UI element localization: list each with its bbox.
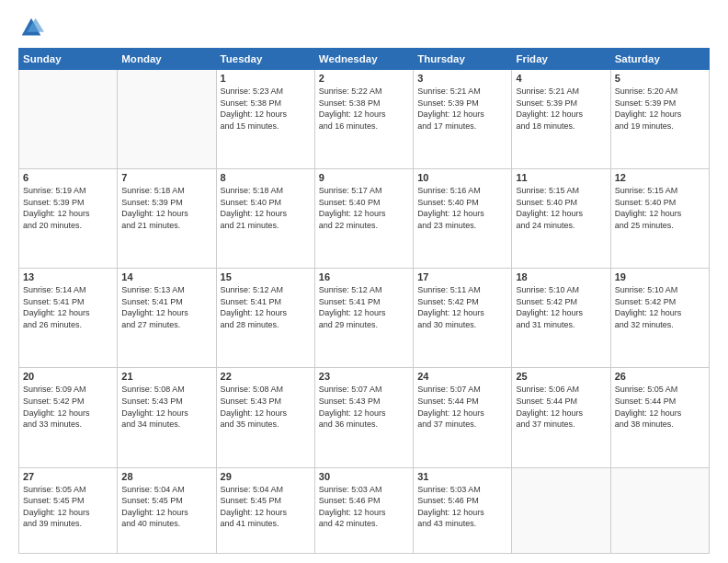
cell-w5-d7: [610, 467, 709, 553]
week-row-2: 6Sunrise: 5:19 AM Sunset: 5:39 PM Daylig…: [19, 169, 710, 269]
cell-w1-d2: [118, 70, 216, 169]
day-info: Sunrise: 5:19 AM Sunset: 5:39 PM Dayligh…: [23, 185, 113, 231]
day-info: Sunrise: 5:09 AM Sunset: 5:42 PM Dayligh…: [23, 384, 113, 430]
day-info: Sunrise: 5:15 AM Sunset: 5:40 PM Dayligh…: [615, 185, 705, 231]
day-info: Sunrise: 5:10 AM Sunset: 5:42 PM Dayligh…: [516, 284, 606, 330]
cell-w4-d7: 26Sunrise: 5:05 AM Sunset: 5:44 PM Dayli…: [610, 368, 709, 467]
day-info: Sunrise: 5:18 AM Sunset: 5:39 PM Dayligh…: [121, 185, 211, 231]
cell-w3-d6: 18Sunrise: 5:10 AM Sunset: 5:42 PM Dayli…: [512, 269, 610, 368]
day-number: 26: [615, 371, 705, 382]
cell-w4-d2: 21Sunrise: 5:08 AM Sunset: 5:43 PM Dayli…: [118, 368, 216, 467]
day-info: Sunrise: 5:17 AM Sunset: 5:40 PM Dayligh…: [319, 185, 409, 231]
week-row-5: 27Sunrise: 5:05 AM Sunset: 5:45 PM Dayli…: [19, 467, 710, 553]
cell-w1-d6: 4Sunrise: 5:21 AM Sunset: 5:39 PM Daylig…: [512, 70, 610, 169]
calendar-table: SundayMondayTuesdayWednesdayThursdayFrid…: [18, 48, 710, 554]
day-info: Sunrise: 5:07 AM Sunset: 5:43 PM Dayligh…: [319, 384, 409, 430]
cell-w2-d2: 7Sunrise: 5:18 AM Sunset: 5:39 PM Daylig…: [118, 169, 216, 269]
cell-w1-d1: [19, 70, 118, 169]
header-day-thursday: Thursday: [414, 49, 512, 70]
day-info: Sunrise: 5:04 AM Sunset: 5:45 PM Dayligh…: [121, 484, 211, 530]
day-number: 2: [319, 73, 409, 84]
day-number: 27: [23, 471, 113, 482]
cell-w5-d6: [512, 467, 610, 553]
cell-w1-d5: 3Sunrise: 5:21 AM Sunset: 5:39 PM Daylig…: [414, 70, 512, 169]
day-number: 11: [516, 172, 606, 183]
page: SundayMondayTuesdayWednesdayThursdayFrid…: [0, 0, 728, 563]
day-info: Sunrise: 5:21 AM Sunset: 5:39 PM Dayligh…: [417, 86, 507, 132]
day-info: Sunrise: 5:13 AM Sunset: 5:41 PM Dayligh…: [121, 284, 211, 330]
day-info: Sunrise: 5:06 AM Sunset: 5:44 PM Dayligh…: [516, 384, 606, 430]
day-number: 22: [221, 371, 311, 382]
day-info: Sunrise: 5:23 AM Sunset: 5:38 PM Dayligh…: [221, 86, 311, 132]
cell-w2-d7: 12Sunrise: 5:15 AM Sunset: 5:40 PM Dayli…: [610, 169, 709, 269]
logo: [18, 15, 48, 40]
day-number: 18: [516, 271, 606, 282]
day-info: Sunrise: 5:12 AM Sunset: 5:41 PM Dayligh…: [221, 284, 311, 330]
header-day-monday: Monday: [118, 49, 216, 70]
header-day-friday: Friday: [512, 49, 610, 70]
day-number: 16: [319, 271, 409, 282]
cell-w2-d5: 10Sunrise: 5:16 AM Sunset: 5:40 PM Dayli…: [414, 169, 512, 269]
day-number: 24: [417, 371, 507, 382]
cell-w5-d4: 30Sunrise: 5:03 AM Sunset: 5:46 PM Dayli…: [314, 467, 413, 553]
day-info: Sunrise: 5:05 AM Sunset: 5:44 PM Dayligh…: [615, 384, 705, 430]
day-info: Sunrise: 5:03 AM Sunset: 5:46 PM Dayligh…: [417, 484, 507, 530]
day-number: 19: [615, 271, 705, 282]
cell-w5-d1: 27Sunrise: 5:05 AM Sunset: 5:45 PM Dayli…: [19, 467, 118, 553]
day-info: Sunrise: 5:05 AM Sunset: 5:45 PM Dayligh…: [23, 484, 113, 530]
day-number: 21: [121, 371, 211, 382]
day-number: 4: [516, 73, 606, 84]
day-info: Sunrise: 5:08 AM Sunset: 5:43 PM Dayligh…: [221, 384, 311, 430]
day-info: Sunrise: 5:14 AM Sunset: 5:41 PM Dayligh…: [23, 284, 113, 330]
day-number: 6: [23, 172, 113, 183]
day-info: Sunrise: 5:21 AM Sunset: 5:39 PM Dayligh…: [516, 86, 606, 132]
header-row: SundayMondayTuesdayWednesdayThursdayFrid…: [19, 49, 710, 70]
day-number: 17: [417, 271, 507, 282]
day-info: Sunrise: 5:04 AM Sunset: 5:45 PM Dayligh…: [221, 484, 311, 530]
cell-w5-d5: 31Sunrise: 5:03 AM Sunset: 5:46 PM Dayli…: [414, 467, 512, 553]
day-number: 9: [319, 172, 409, 183]
day-number: 28: [121, 471, 211, 482]
day-number: 5: [615, 73, 705, 84]
cell-w1-d4: 2Sunrise: 5:22 AM Sunset: 5:38 PM Daylig…: [314, 70, 413, 169]
day-info: Sunrise: 5:22 AM Sunset: 5:38 PM Dayligh…: [319, 86, 409, 132]
cell-w5-d3: 29Sunrise: 5:04 AM Sunset: 5:45 PM Dayli…: [216, 467, 314, 553]
cell-w1-d3: 1Sunrise: 5:23 AM Sunset: 5:38 PM Daylig…: [216, 70, 314, 169]
day-info: Sunrise: 5:07 AM Sunset: 5:44 PM Dayligh…: [417, 384, 507, 430]
header: [18, 15, 710, 40]
week-row-1: 1Sunrise: 5:23 AM Sunset: 5:38 PM Daylig…: [19, 70, 710, 169]
day-number: 23: [319, 371, 409, 382]
day-info: Sunrise: 5:03 AM Sunset: 5:46 PM Dayligh…: [319, 484, 409, 530]
day-number: 29: [221, 471, 311, 482]
header-day-tuesday: Tuesday: [216, 49, 314, 70]
cell-w3-d2: 14Sunrise: 5:13 AM Sunset: 5:41 PM Dayli…: [118, 269, 216, 368]
day-number: 7: [121, 172, 211, 183]
cell-w4-d4: 23Sunrise: 5:07 AM Sunset: 5:43 PM Dayli…: [314, 368, 413, 467]
cell-w3-d4: 16Sunrise: 5:12 AM Sunset: 5:41 PM Dayli…: [314, 269, 413, 368]
cell-w4-d5: 24Sunrise: 5:07 AM Sunset: 5:44 PM Dayli…: [414, 368, 512, 467]
week-row-4: 20Sunrise: 5:09 AM Sunset: 5:42 PM Dayli…: [19, 368, 710, 467]
week-row-3: 13Sunrise: 5:14 AM Sunset: 5:41 PM Dayli…: [19, 269, 710, 368]
cell-w3-d1: 13Sunrise: 5:14 AM Sunset: 5:41 PM Dayli…: [19, 269, 118, 368]
day-number: 25: [516, 371, 606, 382]
cell-w2-d4: 9Sunrise: 5:17 AM Sunset: 5:40 PM Daylig…: [314, 169, 413, 269]
cell-w3-d5: 17Sunrise: 5:11 AM Sunset: 5:42 PM Dayli…: [414, 269, 512, 368]
day-number: 8: [221, 172, 311, 183]
cell-w4-d1: 20Sunrise: 5:09 AM Sunset: 5:42 PM Dayli…: [19, 368, 118, 467]
calendar-body: 1Sunrise: 5:23 AM Sunset: 5:38 PM Daylig…: [19, 70, 710, 554]
day-info: Sunrise: 5:15 AM Sunset: 5:40 PM Dayligh…: [516, 185, 606, 231]
day-number: 15: [221, 271, 311, 282]
cell-w2-d3: 8Sunrise: 5:18 AM Sunset: 5:40 PM Daylig…: [216, 169, 314, 269]
header-day-saturday: Saturday: [610, 49, 709, 70]
day-info: Sunrise: 5:11 AM Sunset: 5:42 PM Dayligh…: [417, 284, 507, 330]
calendar-header: SundayMondayTuesdayWednesdayThursdayFrid…: [19, 49, 710, 70]
day-number: 3: [417, 73, 507, 84]
header-day-wednesday: Wednesday: [314, 49, 413, 70]
day-info: Sunrise: 5:08 AM Sunset: 5:43 PM Dayligh…: [121, 384, 211, 430]
cell-w3-d7: 19Sunrise: 5:10 AM Sunset: 5:42 PM Dayli…: [610, 269, 709, 368]
day-number: 10: [417, 172, 507, 183]
cell-w1-d7: 5Sunrise: 5:20 AM Sunset: 5:39 PM Daylig…: [610, 70, 709, 169]
day-number: 31: [417, 471, 507, 482]
cell-w2-d6: 11Sunrise: 5:15 AM Sunset: 5:40 PM Dayli…: [512, 169, 610, 269]
cell-w4-d3: 22Sunrise: 5:08 AM Sunset: 5:43 PM Dayli…: [216, 368, 314, 467]
